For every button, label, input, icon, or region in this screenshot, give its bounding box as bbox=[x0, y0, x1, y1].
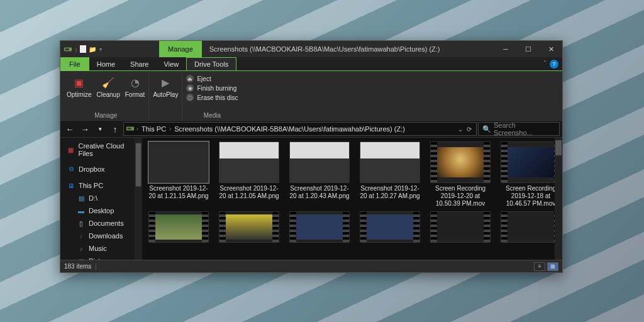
chevron-right-icon[interactable]: › bbox=[136, 126, 138, 132]
file-item[interactable]: Screenshot 2019-12-20 at 1.20.43 AM.png bbox=[288, 142, 351, 208]
thumbnail bbox=[430, 142, 491, 183]
desktop-icon: ▬ bbox=[77, 206, 86, 215]
item-count: 183 items bbox=[64, 263, 91, 270]
pc-icon: 🖥 bbox=[67, 181, 75, 190]
properties-icon[interactable] bbox=[80, 45, 86, 53]
format-button[interactable]: ◔ Format bbox=[125, 75, 145, 98]
documents-icon: ▯ bbox=[77, 219, 86, 228]
thumbnail bbox=[148, 142, 209, 183]
status-bar: 183 items | ≡ ▦ bbox=[60, 260, 562, 272]
thumbnail bbox=[148, 211, 209, 243]
nav-scrollbar[interactable] bbox=[135, 138, 142, 260]
recent-locations-button[interactable]: ▾ bbox=[93, 122, 107, 136]
breadcrumb-path[interactable]: Screenshots (\\MACBOOKAIR-5B8A\Mac\Users… bbox=[173, 125, 406, 133]
refresh-icon[interactable]: ⟳ bbox=[467, 126, 472, 133]
svg-rect-4 bbox=[128, 128, 131, 130]
thumbnail bbox=[501, 211, 561, 243]
tab-file[interactable]: File bbox=[60, 57, 89, 70]
tab-drive-tools[interactable]: Drive Tools bbox=[186, 57, 236, 70]
cleanup-button[interactable]: 🧹 Cleanup bbox=[96, 75, 119, 98]
chevron-right-icon[interactable]: › bbox=[169, 126, 171, 132]
ribbon-group-label: Media bbox=[204, 111, 221, 120]
help-icon[interactable]: ? bbox=[550, 60, 558, 69]
eject-icon: ⏏ bbox=[186, 75, 194, 82]
ribbon-group-media: ⏏Eject ◉Finish burning ◌Erase this disc … bbox=[182, 72, 242, 120]
file-list[interactable]: Screenshot 2019-12-20 at 1.21.15 AM.png … bbox=[142, 138, 562, 260]
content-scrollbar[interactable] bbox=[555, 138, 562, 260]
minimize-button[interactable]: ─ bbox=[494, 41, 517, 57]
autoplay-button[interactable]: ▶ AutoPlay bbox=[153, 75, 178, 98]
file-item[interactable]: Screenshot 2019-12-20 at 1.20.27 AM.png bbox=[358, 142, 421, 208]
nav-documents[interactable]: ▯Documents bbox=[60, 217, 142, 230]
thumbnail bbox=[289, 142, 350, 183]
file-item[interactable] bbox=[147, 211, 210, 245]
file-explorer-window: | 📁 ▾ Manage Screenshots (\\MACBOOKAIR-5… bbox=[60, 40, 563, 273]
details-view-button[interactable]: ≡ bbox=[534, 262, 545, 271]
window-title: Screenshots (\\MACBOOKAIR-5B8A\Mac\Users… bbox=[202, 45, 494, 53]
file-item[interactable]: Screenshot 2019-12-20 at 1.21.15 AM.png bbox=[147, 142, 210, 208]
navigation-pane[interactable]: ▦Creative Cloud Files ⧉Dropbox 🖥This PC … bbox=[60, 138, 142, 260]
file-item[interactable] bbox=[499, 211, 562, 245]
folder-icon[interactable]: 📁 bbox=[88, 45, 97, 53]
file-item[interactable]: Screen Recording 2019-12-18 at 10.46.57 … bbox=[499, 142, 562, 208]
erase-disc-button[interactable]: ◌Erase this disc bbox=[186, 94, 238, 101]
collapse-ribbon-icon[interactable]: ˆ bbox=[544, 60, 546, 67]
thumbnail bbox=[430, 211, 491, 243]
address-bar: ← → ▾ ↑ › This PC › Screenshots (\\MACBO… bbox=[60, 120, 562, 138]
eject-button[interactable]: ⏏Eject bbox=[186, 75, 238, 82]
window-controls: ─ ☐ ✕ bbox=[494, 41, 562, 57]
file-name: Screenshot 2019-12-20 at 1.20.27 AM.png bbox=[358, 185, 421, 200]
nav-d-drive[interactable]: ▤D:\ bbox=[60, 192, 142, 204]
nav-downloads[interactable]: ↓Downloads bbox=[60, 230, 142, 242]
ribbon: ▣ Optimize 🧹 Cleanup ◔ Format Manage ▶ A… bbox=[60, 71, 562, 120]
thumbnail bbox=[360, 211, 420, 243]
close-button[interactable]: ✕ bbox=[540, 41, 562, 57]
file-name: Screen Recording 2019-12-18 at 10.46.57 … bbox=[499, 185, 562, 208]
nav-pictures[interactable]: ▦Pictures bbox=[60, 255, 142, 260]
ribbon-group-autoplay: ▶ AutoPlay bbox=[149, 72, 182, 120]
tab-share[interactable]: Share bbox=[123, 57, 156, 70]
pictures-icon: ▦ bbox=[77, 257, 86, 260]
optimize-icon: ▣ bbox=[72, 75, 87, 90]
breadcrumb-this-pc[interactable]: This PC bbox=[140, 125, 167, 133]
file-item[interactable] bbox=[358, 211, 421, 245]
file-item[interactable] bbox=[218, 211, 280, 245]
nav-desktop[interactable]: ▬Desktop bbox=[60, 204, 142, 217]
ribbon-group-label bbox=[165, 111, 167, 120]
search-placeholder: Search Screensho... bbox=[494, 121, 555, 136]
file-name: Screenshot 2019-12-20 at 1.20.43 AM.png bbox=[288, 185, 351, 200]
dropdown-icon[interactable]: ⌄ bbox=[458, 126, 463, 133]
svg-point-2 bbox=[70, 49, 72, 50]
breadcrumb[interactable]: › This PC › Screenshots (\\MACBOOKAIR-5B… bbox=[123, 122, 477, 136]
nav-music[interactable]: ♪Music bbox=[60, 242, 142, 255]
thumbnails-view-button[interactable]: ▦ bbox=[547, 262, 558, 271]
qat-dropdown-icon[interactable]: ▾ bbox=[99, 47, 103, 52]
search-icon: 🔍 bbox=[482, 125, 491, 133]
nav-dropbox[interactable]: ⧉Dropbox bbox=[60, 163, 142, 175]
nav-creative-cloud[interactable]: ▦Creative Cloud Files bbox=[60, 140, 142, 159]
cleanup-icon: 🧹 bbox=[101, 75, 116, 90]
back-button[interactable]: ← bbox=[63, 122, 77, 136]
tab-view[interactable]: View bbox=[156, 57, 186, 70]
file-item[interactable]: Screenshot 2019-12-20 at 1.21.05 AM.png bbox=[218, 142, 280, 208]
folder-icon: ▦ bbox=[67, 145, 75, 154]
finish-burning-button[interactable]: ◉Finish burning bbox=[186, 84, 238, 92]
nav-this-pc[interactable]: 🖥This PC bbox=[60, 179, 142, 192]
optimize-button[interactable]: ▣ Optimize bbox=[67, 75, 91, 98]
file-item[interactable] bbox=[429, 211, 492, 245]
tab-home[interactable]: Home bbox=[89, 57, 123, 70]
ribbon-group-label: Manage bbox=[94, 111, 117, 120]
file-name: Screenshot 2019-12-20 at 1.21.05 AM.png bbox=[218, 185, 280, 200]
titlebar[interactable]: | 📁 ▾ Manage Screenshots (\\MACBOOKAIR-5… bbox=[60, 41, 562, 57]
file-item[interactable]: Screen Recording 2019-12-20 at 10.50.39 … bbox=[429, 142, 492, 208]
ribbon-tabs: File Home Share View Drive Tools ˆ ? bbox=[60, 57, 562, 71]
drive-icon: ▤ bbox=[77, 194, 86, 203]
search-input[interactable]: 🔍 Search Screensho... bbox=[478, 122, 560, 136]
maximize-button[interactable]: ☐ bbox=[517, 41, 540, 57]
file-item[interactable] bbox=[288, 211, 351, 245]
up-button[interactable]: ↑ bbox=[108, 122, 122, 136]
contextual-tab-manage[interactable]: Manage bbox=[159, 41, 202, 57]
forward-button[interactable]: → bbox=[78, 122, 92, 136]
thumbnail bbox=[289, 211, 350, 243]
quick-access-toolbar: | 📁 ▾ bbox=[60, 43, 106, 55]
